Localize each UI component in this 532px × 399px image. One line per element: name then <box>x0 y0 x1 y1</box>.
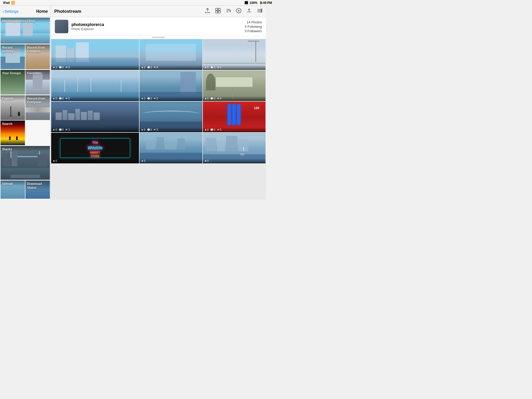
photo-cell-p7[interactable]: ★ 0 💬 0 👁 3 <box>51 102 139 132</box>
sidebar-item-search[interactable]: Search <box>1 121 25 145</box>
star-count-p3: 0 <box>207 66 209 69</box>
photo-cell-p2[interactable]: ★ 0 💬 0 👁 8 <box>139 39 202 70</box>
star-count-p8: 0 <box>144 128 145 131</box>
favorites-label-overlay: Favorites <box>25 70 50 75</box>
stat-comments-p2: 💬 0 <box>147 66 152 69</box>
stacks-label: Stacks <box>2 148 48 151</box>
svg-rect-1 <box>218 8 220 10</box>
photo-cell-p8[interactable]: ★ 0 💬 0 👁 5 <box>139 102 202 132</box>
sidebar-item-recent-contacts[interactable]: Recent from Contacts <box>25 44 50 69</box>
star-count-p5: 0 <box>144 97 145 100</box>
profile-photos-count: 14 Photos <box>247 20 262 24</box>
eye-icon-p6: 👁 <box>217 97 220 100</box>
photo-cell-p11[interactable]: ★ 0 <box>139 133 202 163</box>
recent-activity-label-overlay: Recent Activity <box>1 44 25 54</box>
photo-stats-p4: ★ 0 💬 0 👁 5 <box>51 96 139 101</box>
sidebar-item-you[interactable]: photoexplorerca (You) <box>1 18 50 44</box>
photo-cell-p5[interactable]: ★ 0 💬 0 👁 5 <box>139 70 202 101</box>
share-icon[interactable] <box>205 8 210 15</box>
list-icon[interactable] <box>257 8 262 15</box>
stat-comments-p8: 💬 0 <box>147 128 152 131</box>
comment-count-p1: 0 <box>62 66 64 69</box>
sidebar-item-your-groups[interactable]: Your Groups <box>1 70 25 95</box>
upload-label: Upload <box>2 182 23 186</box>
download-status-label: Download Status <box>27 182 48 190</box>
photo-cell-p9[interactable]: 120 ★ 0 💬 0 👁 5 <box>203 102 265 132</box>
back-label: Settings <box>4 9 18 14</box>
comment-count-p3: 0 <box>214 66 215 69</box>
photo-cell-p12[interactable]: ★ 0 <box>203 133 265 163</box>
main-nav-icons <box>205 8 262 15</box>
star-icon-p2: ★ <box>141 66 143 69</box>
star-count-p2: 0 <box>144 66 145 69</box>
sidebar-item-explore[interactable]: Explore <box>1 95 25 120</box>
comment-icon-p3: 💬 <box>210 66 213 69</box>
upload-icon[interactable] <box>246 8 252 15</box>
photo-cell-p10[interactable]: The Wildlife MARIFT STORE ★ 0 <box>51 133 139 163</box>
sort-az-icon[interactable] <box>225 8 231 15</box>
stat-comments-p5: 💬 0 <box>147 97 152 100</box>
photo-row-4: The Wildlife MARIFT STORE ★ 0 <box>51 133 265 163</box>
profile-info: photoexplorerca Photo Explorer <box>71 22 242 31</box>
stat-stars-p1: ★ 2 <box>53 66 57 69</box>
back-button[interactable]: ‹ Settings <box>3 9 18 14</box>
stacks-label-overlay: Stacks <box>1 146 50 151</box>
photo-stats-p2: ★ 0 💬 0 👁 8 <box>139 65 202 70</box>
comment-count-p6: 0 <box>214 97 215 100</box>
favorites-label: Favorites <box>27 71 48 75</box>
photo-cell-p4[interactable]: ★ 0 💬 0 👁 5 <box>51 70 139 101</box>
photo-cell-p3[interactable]: ★ 0 💬 0 👁 5 <box>203 39 265 70</box>
sidebar-item-download-status[interactable]: Download Status <box>25 181 50 199</box>
add-circle-icon[interactable] <box>236 8 242 15</box>
star-icon-p9: ★ <box>204 128 207 131</box>
stat-stars-p3: ★ 0 <box>204 66 209 69</box>
svg-rect-2 <box>216 11 218 13</box>
sidebar-item-favorites[interactable]: Favorites <box>25 70 50 95</box>
sidebar-grid: photoexplorerca (You) Recent Activity Re… <box>0 17 50 200</box>
sidebar-item-stacks[interactable]: Stacks <box>1 146 50 180</box>
grid-icon[interactable] <box>215 8 221 15</box>
stat-views-p4: 👁 5 <box>65 97 70 100</box>
star-icon-p11: ★ <box>141 159 143 162</box>
eye-icon-p5: 👁 <box>154 97 156 100</box>
status-bar-left: iPad 📶 <box>3 1 15 5</box>
comment-icon-p8: 💬 <box>147 128 150 131</box>
comment-count-p2: 0 <box>151 66 152 69</box>
eye-icon-p4: 👁 <box>65 97 68 100</box>
view-count-p2: 8 <box>157 66 158 69</box>
stat-stars-p12: ★ 0 <box>204 159 209 162</box>
profile-following-count: 5 Following <box>245 25 262 29</box>
stat-comments-p1: 💬 0 <box>59 66 64 69</box>
svg-point-6 <box>261 10 262 11</box>
stat-stars-p4: ★ 0 <box>53 97 57 100</box>
ipad-label: iPad <box>3 1 10 5</box>
sidebar-item-recent-activity[interactable]: Recent Activity <box>1 44 25 69</box>
comment-icon-p4: 💬 <box>59 97 62 100</box>
sidebar-item-recent-everyone[interactable]: Recent from Everyone <box>25 95 50 120</box>
star-count-p4: 0 <box>56 97 57 100</box>
star-count-p6: 0 <box>207 97 209 100</box>
stat-stars-p11: ★ 0 <box>141 159 145 162</box>
sidebar-item-upload[interactable]: Upload <box>1 181 25 199</box>
star-icon-p1: ★ <box>53 66 55 69</box>
main-panel: Photostream <box>51 6 266 200</box>
wifi-icon: 📶 <box>11 1 15 5</box>
photo-cell-p1[interactable]: ★ 2 💬 0 👁 9 <box>51 39 139 70</box>
svg-rect-0 <box>216 8 218 10</box>
explore-label-overlay: Explore <box>1 95 25 101</box>
search-label-overlay: Search <box>1 121 25 126</box>
star-count-p9: 0 <box>207 128 209 131</box>
sidebar-title: Home <box>36 9 48 14</box>
photo-stats-p7: ★ 0 💬 0 👁 3 <box>51 127 139 132</box>
photo-stats-p8: ★ 0 💬 0 👁 5 <box>139 127 202 132</box>
app-container: ‹ Settings Home photoexplorerca (You) <box>0 6 266 200</box>
main-nav: Photostream <box>51 6 266 17</box>
photo-cell-p6[interactable]: ★ 0 💬 0 👁 4 <box>203 70 265 101</box>
eye-icon-p7: 👁 <box>65 128 68 131</box>
recent-activity-label: Recent Activity <box>2 46 23 54</box>
view-count-p4: 5 <box>68 97 70 100</box>
eye-icon-p3: 👁 <box>217 66 220 69</box>
comment-icon-p2: 💬 <box>147 66 150 69</box>
upload-label-overlay: Upload <box>1 181 25 186</box>
profile-stats: 14 Photos 5 Following 3 Followers <box>245 20 262 33</box>
